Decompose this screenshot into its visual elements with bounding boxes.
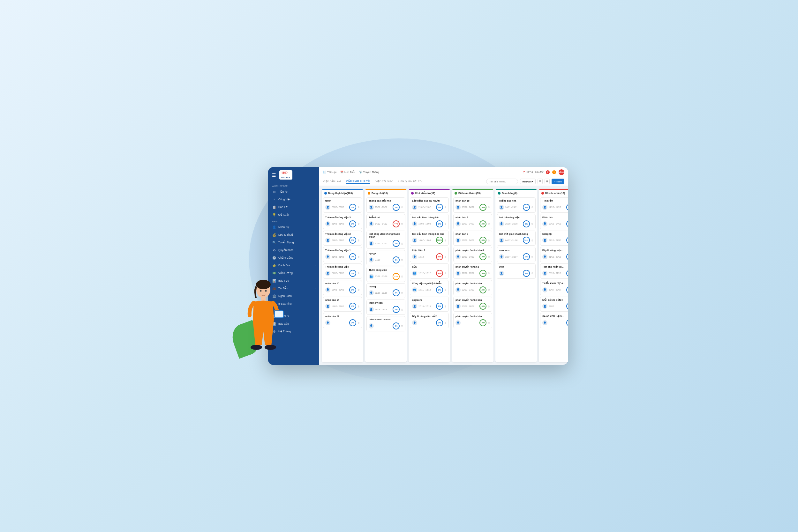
card-progress: 2% xyxy=(436,319,443,326)
topbar-lichbieu[interactable]: 📅 Lịch Biểu xyxy=(340,171,355,173)
card[interactable]: Thông báo xếu nha 👤 13/02 - 13/02 2% 🗑 xyxy=(366,197,405,213)
card-avatar: 👤 xyxy=(412,221,417,226)
filter-button[interactable]: HaNiGon ▾ xyxy=(520,178,536,184)
card-progress: 2% xyxy=(566,286,568,293)
card[interactable]: Thêm mới công việc 3 👤 21/02 - 21/02 2% … xyxy=(323,214,362,229)
card[interactable]: test cấu hình thông báo nha 👤 16/07 - 16… xyxy=(410,231,449,246)
card[interactable]: Lỗi thống báo sai người 👤 21/02 - 21/02 … xyxy=(410,197,449,213)
card[interactable]: Thêm mới công việc 2 👤 21/02 - 21/02 2% … xyxy=(323,231,362,246)
card[interactable]: nhân bán 14 👤 2% 🗑 xyxy=(323,313,362,328)
card[interactable]: Thống báo nha 👤 24/11 - 23/11 2% 🗑 xyxy=(497,197,536,213)
card[interactable]: Đây là công việc... 👤 21/10 - 20/10 2% 🗑 xyxy=(540,247,568,262)
view-list-button[interactable]: ☰ xyxy=(538,178,543,184)
sidebar-item-bhthue[interactable]: 💰 Lớp & Thuế › xyxy=(268,231,319,239)
alert-badge[interactable]: 1 xyxy=(552,170,556,174)
card[interactable]: Thêm mới công việc 1 👤 21/02 - 21/02 2% … xyxy=(323,247,362,262)
card[interactable]: phân quyền / nhân bán 👤 10/02 - 18/02 10… xyxy=(453,297,492,312)
person-figure xyxy=(242,279,287,362)
card[interactable]: SANG XEM LẠI S... 👤 2% 🗑 xyxy=(540,313,568,328)
tab-lienquan[interactable]: LIÊN QUAN TỚI TÔI xyxy=(398,180,422,184)
trash-icon: 🗑 xyxy=(358,289,360,291)
card[interactable]: Tìm kiếm 👤 14/12 - 14/12 2% 🗑 xyxy=(540,197,568,213)
hamburger-icon[interactable]: ☰ xyxy=(272,173,276,178)
sidebar-item-nhansu[interactable]: 👤 Nhân Sự › xyxy=(268,223,319,231)
admin-avatar[interactable]: admin xyxy=(559,169,564,175)
card[interactable]: TRIỂN KHAI DỰ Á... 👤 29/07 - 29/07 2% 🗑 xyxy=(540,280,568,295)
card[interactable]: meo meo 👤 28/07 - 30/07 2% 🗑 xyxy=(497,247,536,262)
card[interactable]: koicgnjk 👤 27/10 - 27/30 2% 🗑 xyxy=(540,231,568,246)
card[interactable]: thêm nhanh cv con 👤 2% 🗑 xyxy=(366,316,405,331)
card[interactable]: nhân bán 15 👤 16/02 - 23/02 2% 🗑 xyxy=(323,280,362,295)
sidebar-item-banto[interactable]: 📋 Bàn Tờ › xyxy=(268,203,319,211)
tab-viecgiaochontoi[interactable]: VIỆC GIAO CHO TÔI xyxy=(346,179,370,184)
sidebar-item-tuyendung[interactable]: 🔍 Tuyển Dụng › xyxy=(268,239,319,246)
topbar-connect[interactable]: Liên Mở xyxy=(535,171,543,173)
card-avatar: 👤 xyxy=(369,290,374,295)
card-date: 16/07 - 16/03 xyxy=(418,239,435,242)
sidebar-item-congviec[interactable]: ✓ Công Việc › xyxy=(268,195,319,203)
card-progress: 2% xyxy=(349,270,356,277)
sidebar-item-dexuat[interactable]: 💡 Đề Xuất › xyxy=(268,211,319,218)
card-title: SANG XEM LẠI S... xyxy=(542,315,568,318)
card-avatar: 👤 xyxy=(325,320,330,325)
card[interactable]: test cấu hình thông báo 👤 16/02 - 16/02 … xyxy=(410,214,449,229)
sidebar-item-quyenhanh[interactable]: ⚙ Quyền hành › xyxy=(268,246,319,254)
search-input[interactable] xyxy=(486,178,518,184)
card[interactable]: Đây là công việc số 2 👤 2% 🗑 xyxy=(410,313,449,328)
card[interactable]: nhân bán 8 👤 19/02 - 24/02 100% 🗑 xyxy=(453,231,492,246)
card[interactable]: test thời gian khách hàng 👤 04/07 - 31/0… xyxy=(497,231,536,246)
topbar-help[interactable]: ❓ Hỗ Trợ xyxy=(523,171,533,173)
card-progress: 2% xyxy=(566,303,568,310)
tab-viectoigiao[interactable]: VIỆC TỒI GIAO xyxy=(375,180,393,184)
card[interactable]: phân quyền / nhân bán 6 👤 19/02 - 24/02 … xyxy=(453,247,492,262)
col-daxacnhan-cards: Tìm kiếm 👤 14/12 - 14/12 2% 🗑 Phân tích xyxy=(539,196,568,362)
card[interactable]: phân quyền / nhân 2 👤 22/02 - 27/02 100%… xyxy=(453,263,492,279)
trash-icon: 🗑 xyxy=(488,305,490,307)
sidebar-item-vanluong[interactable]: 💵 Vấn Lương › xyxy=(268,269,319,277)
tab-vieccanlam[interactable]: VIỆC CẦN LÀM xyxy=(323,180,341,184)
sidebar-item-label: Đề Xuất xyxy=(278,213,289,216)
card-title: phân quyền / nhân bán 6 xyxy=(455,249,490,252)
card[interactable]: apgiasn\ 👤 27/10 - 27/10 2% 🗑 xyxy=(410,297,449,312)
card[interactable]: nhân bán 9 👤 19/02 - 24/02 100% 🗑 xyxy=(453,214,492,229)
card-avatar: 👥 xyxy=(369,274,374,279)
card-progress: 2% xyxy=(349,319,356,326)
card[interactable]: test công việc không thuộc dự án 👤 12/11… xyxy=(366,231,405,249)
truyenthong-label: Truyền Thông xyxy=(363,171,379,173)
card-title: Thêm công việc xyxy=(369,269,403,272)
card[interactable]: fgfdf 👤 22/02 - 23/02 2% 🗑 xyxy=(323,197,362,213)
card[interactable]: phân quyền / nhân bán 👤 100% 🗑 xyxy=(453,313,492,328)
notification-badge[interactable]: 2 xyxy=(546,170,550,174)
card[interactable]: fnoàlg 👤 22/10 - 22/10 2% 🗑 xyxy=(366,283,405,299)
add-button[interactable]: + Thêm xyxy=(551,178,564,184)
card[interactable]: phân quyền / nhân bán 👤 22/02 - 27/02 10… xyxy=(453,280,492,295)
card-title: apgiasn\ xyxy=(412,299,447,302)
card[interactable]: Công việc ngoài lịch biểu 👥 15/11 - 13/1… xyxy=(410,280,449,295)
card[interactable]: MỞI BÓNG BÊNHI 👤 23/07 2% 🗑 xyxy=(540,297,568,312)
sidebar-item-tienich[interactable]: ⊞ Tiện ích › xyxy=(268,188,319,195)
card[interactable]: sgngp 👤 27/10 2% 🗑 xyxy=(366,250,405,265)
card[interactable]: Thêm mới công việc 👤 21/02 - 21/02 2% 🗑 xyxy=(323,263,362,279)
card[interactable]: nhân bán 14 👤 19/02 - 23/02 2% 🗑 xyxy=(323,297,362,312)
card[interactable]: test lưu công việc 👤 26/10 - 26/10 2% 🗑 xyxy=(497,214,536,229)
card-title: Thêm mới công việc 3 xyxy=(325,216,360,219)
card[interactable]: Triển khai 👤 14/12 - 14/12 44% 🗑 xyxy=(366,214,405,229)
sidebar-item-label: Chấm Công xyxy=(278,256,293,259)
card-date: 14/12 xyxy=(418,256,435,258)
card[interactable]: Test cập nhật tài... 👤 25/10 - 31/10 2% … xyxy=(540,263,568,279)
card[interactable]: thực hiện 1 👤 14/12 44% 🗑 xyxy=(410,247,449,262)
card[interactable]: Oxla 👤 2% 🗑 xyxy=(497,263,536,279)
card-progress: 100% xyxy=(479,303,487,310)
card[interactable]: Sửa 👥 12/12 - 12/12 38% 🗑 xyxy=(410,263,449,279)
card-date: 19/02 - 23/02 xyxy=(332,305,348,307)
card[interactable]: thêm cv con 👤 16/08 - 20/08 2% 🗑 xyxy=(366,300,405,315)
sidebar-item-danhgia[interactable]: ⭐ Đánh Giá › xyxy=(268,262,319,269)
card[interactable]: nhân bán 18 👤 19/02 - 24/02 100% 🗑 xyxy=(453,197,492,213)
topbar-tailieu[interactable]: 📄 Tài Liệu xyxy=(323,171,337,173)
card[interactable]: Phân tích 👤 12/12 - 14/12 2% 🗑 xyxy=(540,214,568,229)
card[interactable]: Thêm công việc 👥 27/10 - 22/10 17% 🗑 xyxy=(366,267,405,282)
sidebar-item-chamcong[interactable]: 🕐 Chấm Công › xyxy=(268,254,319,262)
topbar-truyenthong[interactable]: 📡 Truyền Thông xyxy=(359,171,379,173)
card-meta: 👤 21/02 - 21/02 2% 🗑 xyxy=(325,253,360,260)
view-grid-button[interactable]: ⊞ xyxy=(545,178,550,184)
